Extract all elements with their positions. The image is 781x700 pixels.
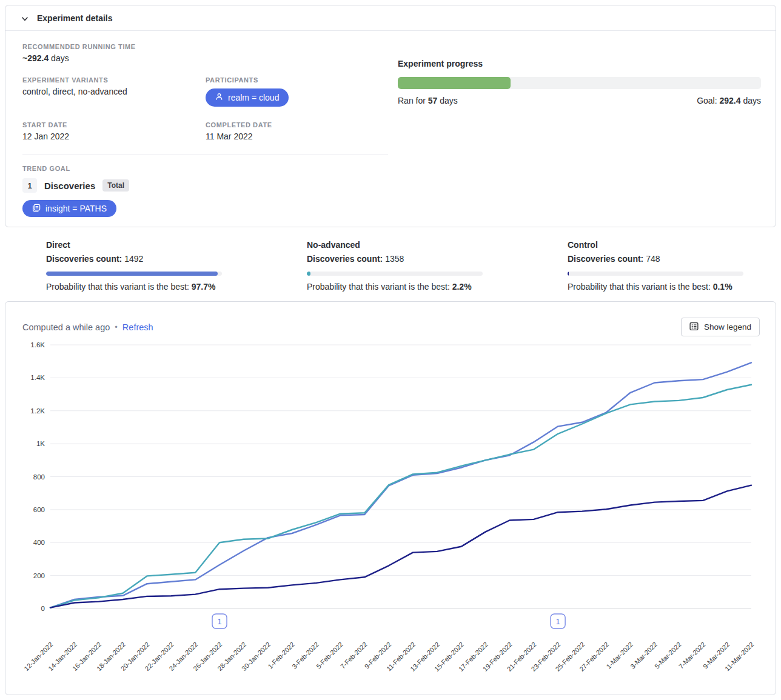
participants-filter-pill[interactable]: realm = cloud: [206, 88, 289, 107]
experiment-variants-value: control, direct, no-advanced: [22, 87, 206, 96]
y-tick-label: 1.2K: [30, 407, 45, 415]
computed-status: Computed a while ago • Refresh: [22, 322, 153, 332]
variant-card-no-advanced: No-advanced Discoveries count: 1358 Prob…: [307, 240, 483, 301]
goal-step-number: 1: [22, 178, 37, 193]
computed-text: Computed a while ago: [22, 322, 110, 332]
dot-separator: •: [115, 322, 118, 332]
chart-line-no-advanced: [50, 385, 751, 608]
chart-line-control: [50, 485, 751, 608]
experiment-progress-title: Experiment progress: [398, 59, 761, 68]
y-tick-label: 1K: [36, 440, 45, 447]
show-legend-button[interactable]: Show legend: [681, 318, 760, 336]
completed-date-value: 11 Mar 2022: [206, 132, 388, 141]
variant-probability-bar: [568, 272, 743, 276]
trend-goal-label: TREND GOAL: [22, 165, 388, 172]
experiment-details-card: Experiment details RECOMMENDED RUNNING T…: [5, 5, 776, 227]
participants-label: PARTICIPANTS: [206, 76, 388, 84]
y-tick-label: 800: [33, 473, 45, 481]
chevron-down-icon: [21, 15, 28, 22]
y-tick-label: 200: [33, 572, 45, 579]
variant-name: No-advanced: [307, 240, 483, 250]
variant-probability-fill: [46, 272, 218, 276]
experiment-progress-fill: [398, 77, 511, 89]
ran-for-text: Ran for 57 days: [398, 96, 458, 105]
variant-results-strip: Direct Discoveries count: 1492 Probabili…: [5, 227, 776, 301]
participants-pill-label: realm = cloud: [228, 93, 279, 102]
variant-count: Discoveries count: 1492: [46, 254, 222, 264]
goal-text: Goal: 292.4 days: [697, 96, 761, 105]
legend-icon: [689, 322, 699, 333]
variant-card-control: Control Discoveries count: 748 Probabili…: [568, 240, 743, 301]
trend-chart: 02004006008001K1.2K1.4K1.6K12-Jan-202214…: [22, 339, 776, 692]
goal-math-badge: Total: [102, 179, 129, 192]
y-tick-label: 1.4K: [30, 374, 45, 381]
recommended-running-time-value: ~292.4 days: [22, 53, 388, 63]
insight-icon: [32, 204, 41, 214]
variant-card-direct: Direct Discoveries count: 1492 Probabili…: [46, 240, 222, 301]
variant-probability-text: Probability that this variant is the bes…: [307, 282, 483, 292]
annotation-badge-label: 1: [218, 618, 222, 626]
variant-probability-bar: [307, 272, 483, 276]
start-date-value: 12 Jan 2022: [22, 132, 206, 141]
experiment-variants-label: EXPERIMENT VARIANTS: [22, 76, 206, 84]
trend-chart-svg: 02004006008001K1.2K1.4K1.6K12-Jan-202214…: [22, 339, 760, 690]
y-tick-label: 0: [41, 605, 45, 612]
page: Experiment details RECOMMENDED RUNNING T…: [0, 0, 781, 700]
recommended-running-time-label: RECOMMENDED RUNNING TIME: [22, 43, 388, 50]
variant-name: Direct: [46, 240, 222, 250]
trend-chart-card: Computed a while ago • Refresh Show lege…: [5, 301, 776, 695]
variant-probability-fill: [568, 272, 569, 276]
variant-count: Discoveries count: 748: [568, 254, 743, 264]
variant-probability-text: Probability that this variant is the bes…: [46, 282, 222, 292]
insight-filter-pill[interactable]: insight = PATHS: [22, 200, 116, 217]
annotation-badge-label: 1: [556, 618, 560, 626]
y-tick-label: 400: [33, 539, 45, 546]
variant-probability-fill: [307, 272, 310, 276]
start-date-label: START DATE: [22, 121, 206, 128]
variant-probability-text: Probability that this variant is the bes…: [568, 282, 743, 292]
show-legend-label: Show legend: [704, 322, 751, 332]
card-title: Experiment details: [37, 13, 113, 23]
variant-probability-bar: [46, 272, 222, 276]
chart-line-direct: [50, 362, 751, 607]
y-tick-label: 600: [33, 506, 45, 513]
person-icon: [215, 93, 223, 102]
divider: [22, 155, 388, 155]
experiment-details-header[interactable]: Experiment details: [5, 5, 776, 31]
experiment-progress-bar: [398, 77, 761, 89]
refresh-link[interactable]: Refresh: [122, 322, 153, 332]
variant-name: Control: [568, 240, 743, 250]
y-tick-label: 1.6K: [30, 341, 45, 348]
insight-pill-label: insight = PATHS: [45, 204, 107, 213]
goal-event-name: Discoveries: [44, 181, 95, 191]
variant-count: Discoveries count: 1358: [307, 254, 483, 264]
completed-date-label: COMPLETED DATE: [206, 121, 388, 128]
